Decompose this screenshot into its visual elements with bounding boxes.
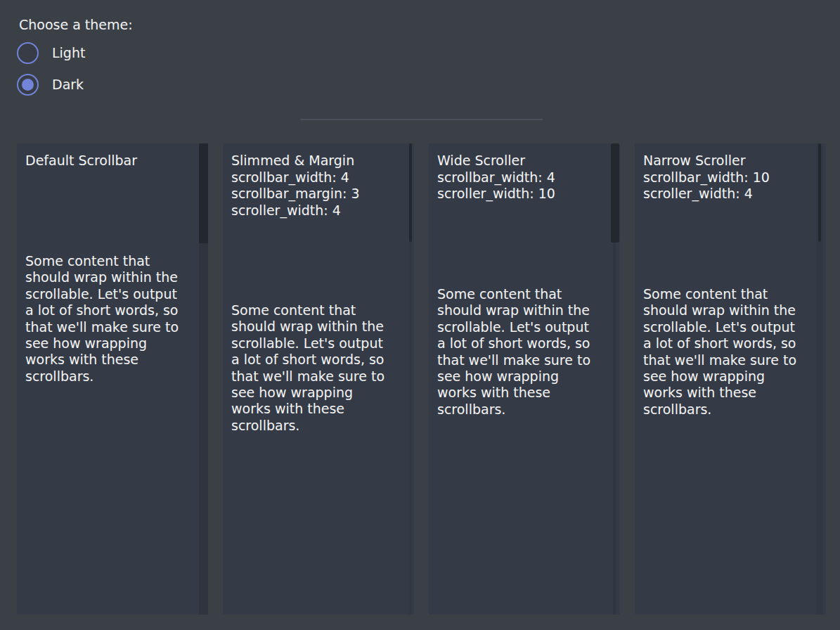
scroll-panel-wide-scroller[interactable]: Wide Scroller scrollbar_width: 4 scrolle… [429, 143, 620, 615]
radio-label-dark[interactable]: Dark [52, 77, 84, 92]
panel-header: Narrow Scroller scrollbar_width: 10 scro… [643, 153, 770, 202]
radio-option-light[interactable]: Light [17, 41, 85, 64]
scroll-panel-narrow-scroller[interactable]: Narrow Scroller scrollbar_width: 10 scro… [635, 143, 826, 615]
scrollbar-thumb[interactable] [611, 143, 619, 243]
radio-option-dark[interactable]: Dark [17, 73, 84, 96]
panel-param: scrollbar_width: 10 [643, 169, 770, 186]
radio-selected-dot-icon [22, 79, 34, 91]
panel-header: Slimmed & Margin scrollbar_width: 4 scro… [231, 153, 359, 219]
theme-chooser-label: Choose a theme: [19, 17, 133, 32]
scroll-panel-default[interactable]: Default Scrollbar Some content that shou… [17, 143, 208, 615]
panel-body-text: Some content that should wrap within the… [25, 253, 201, 385]
horizontal-divider [300, 119, 543, 120]
panel-param: scrollbar_margin: 3 [231, 186, 359, 202]
panel-param: scroller_width: 4 [643, 186, 770, 202]
scrollbar-thumb[interactable] [199, 143, 208, 243]
panel-header: Default Scrollbar [25, 153, 137, 169]
scroll-panel-slimmed-margin[interactable]: Slimmed & Margin scrollbar_width: 4 scro… [223, 143, 414, 615]
panel-header: Wide Scroller scrollbar_width: 4 scrolle… [437, 153, 555, 202]
panel-param: scroller_width: 4 [231, 202, 359, 219]
panel-param: scroller_width: 10 [437, 186, 555, 202]
radio-circle-icon[interactable] [17, 74, 39, 96]
panel-body-text: Some content that should wrap within the… [437, 286, 613, 418]
panel-param: scrollbar_width: 4 [231, 169, 359, 186]
radio-label-light[interactable]: Light [52, 45, 85, 60]
panel-param: scrollbar_width: 4 [437, 169, 555, 186]
scrollbar-thumb[interactable] [409, 143, 412, 242]
panel-body-text: Some content that should wrap within the… [643, 286, 819, 418]
panel-title: Wide Scroller [437, 153, 555, 169]
panel-title: Narrow Scroller [643, 153, 770, 169]
panel-title: Slimmed & Margin [231, 153, 359, 169]
panel-body-text: Some content that should wrap within the… [231, 302, 407, 434]
radio-circle-icon[interactable] [17, 42, 39, 64]
scrollbar-thumb[interactable] [818, 143, 821, 242]
panel-title: Default Scrollbar [25, 153, 137, 169]
